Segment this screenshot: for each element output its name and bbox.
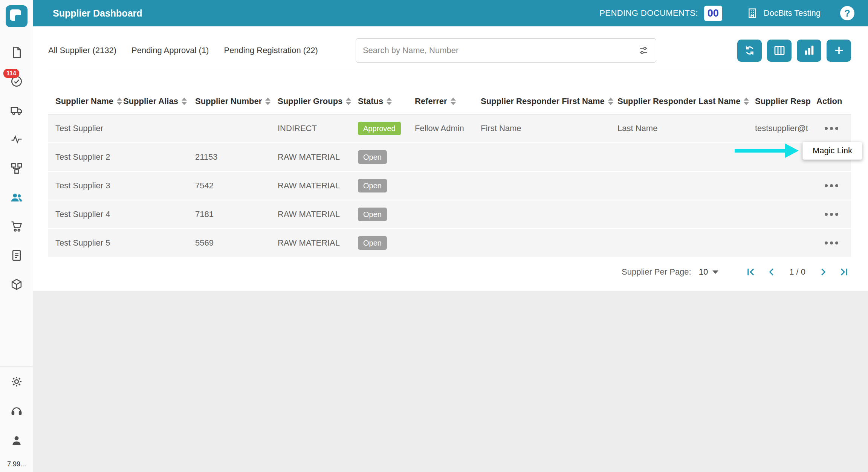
tab-all-supplier[interactable]: All Supplier (2132) (48, 46, 116, 55)
sidebar-item-documents[interactable] (0, 38, 33, 67)
sidebar-item-purchases[interactable] (0, 212, 33, 241)
last-page-button[interactable] (839, 266, 850, 278)
cell-responder-last (617, 200, 755, 229)
status-badge: Open (358, 236, 387, 250)
cube-icon (10, 278, 23, 291)
table-header-row: Supplier Name Supplier Alias Supplier Nu… (48, 89, 851, 115)
sidebar-item-approvals[interactable]: 114 (0, 67, 33, 96)
toolbar (737, 40, 851, 62)
filter-tune-icon[interactable] (638, 45, 649, 56)
next-page-button[interactable] (818, 266, 829, 278)
refresh-button[interactable] (737, 40, 762, 62)
cell-responder-first (481, 229, 617, 258)
previous-page-button[interactable] (766, 266, 777, 278)
sidebar-item-analytics[interactable] (0, 125, 33, 154)
cell-supplier-name: Test Supplier 4 (48, 200, 123, 229)
sort-icon[interactable] (182, 98, 187, 105)
column-header-action: Action (816, 89, 851, 115)
tab-pending-approval[interactable]: Pending Approval (1) (131, 46, 209, 55)
pending-documents-count[interactable]: 00 (704, 6, 722, 21)
column-header-referrer[interactable]: Referrer (415, 89, 481, 115)
sort-icon[interactable] (117, 98, 122, 105)
sidebar-item-suppliers[interactable] (0, 183, 33, 212)
cell-supplier-name: Test Supplier (48, 115, 123, 143)
cell-supplier-name: Test Supplier 5 (48, 229, 123, 258)
organization[interactable]: DocBits Testing (746, 7, 821, 19)
row-actions-button[interactable] (816, 200, 838, 228)
column-header-responder-last-name[interactable]: Supplier Responder Last Name (617, 89, 755, 115)
table-row[interactable]: Test Supplier 3 7542 RAW MATERIAL Open (48, 172, 851, 200)
row-actions-button[interactable] (816, 229, 838, 257)
cell-responder-email (755, 172, 816, 200)
status-badge: Open (358, 208, 387, 221)
column-header-supplier-groups[interactable]: Supplier Groups (278, 89, 358, 115)
suppliers-table: Supplier Name Supplier Alias Supplier Nu… (48, 89, 851, 258)
truck-icon (10, 104, 23, 117)
column-header-status[interactable]: Status (358, 89, 415, 115)
cell-responder-last (617, 229, 755, 258)
sidebar-item-workflow[interactable] (0, 154, 33, 183)
column-header-supplier-alias[interactable]: Supplier Alias (123, 89, 195, 115)
document-icon (10, 46, 23, 59)
row-actions-button[interactable] (816, 115, 838, 142)
building-icon (746, 7, 758, 19)
cell-supplier-alias (123, 229, 195, 258)
table-row[interactable]: Test Supplier INDIRECT Approved Fellow A… (48, 115, 851, 143)
pending-documents-label: PENDING DOCUMENTS: (599, 8, 698, 18)
cell-supplier-number (195, 115, 278, 143)
cell-responder-last (617, 172, 755, 200)
supplier-tabs: All Supplier (2132) Pending Approval (1)… (48, 46, 318, 55)
cell-referrer (415, 200, 481, 229)
search-input[interactable] (363, 46, 638, 55)
topbar: Supplier Dashboard PENDING DOCUMENTS: 00… (33, 0, 868, 26)
sidebar-bottom: 7.99... (0, 367, 33, 472)
sidebar-item-support[interactable] (0, 396, 33, 426)
add-supplier-button[interactable] (827, 40, 851, 62)
app-version: 7.99... (0, 460, 33, 468)
cell-responder-first: First Name (481, 115, 617, 143)
chart-button[interactable] (797, 40, 821, 62)
cell-supplier-groups: RAW MATERIAL (278, 172, 358, 200)
cell-supplier-number: 5569 (195, 229, 278, 258)
app-logo[interactable] (6, 5, 28, 27)
sort-icon[interactable] (387, 98, 392, 105)
cell-supplier-groups: RAW MATERIAL (278, 229, 358, 258)
sort-icon[interactable] (744, 98, 749, 105)
column-header-responder-first-name[interactable]: Supplier Responder First Name (481, 89, 617, 115)
cell-referrer (415, 143, 481, 172)
per-page-value[interactable]: 10 (699, 267, 708, 277)
columns-button[interactable] (767, 40, 792, 62)
column-header-supplier-name[interactable]: Supplier Name (48, 89, 123, 115)
columns-icon (773, 44, 786, 57)
sort-icon[interactable] (608, 98, 613, 105)
sidebar-item-shipments[interactable] (0, 96, 33, 125)
first-page-button[interactable] (745, 266, 756, 278)
table-row[interactable]: Test Supplier 2 21153 RAW MATERIAL Open (48, 143, 851, 172)
row-actions-button[interactable] (816, 172, 838, 200)
people-icon (10, 191, 23, 204)
cell-referrer (415, 172, 481, 200)
sort-icon[interactable] (346, 98, 351, 105)
sidebar-nav: 114 (0, 38, 33, 299)
sort-icon[interactable] (451, 98, 456, 105)
tab-pending-registration[interactable]: Pending Registration (22) (224, 46, 318, 55)
table-row[interactable]: Test Supplier 4 7181 RAW MATERIAL Open (48, 200, 851, 229)
sidebar-item-settings[interactable] (0, 367, 33, 396)
sidebar-item-profile[interactable] (0, 426, 33, 455)
bar-chart-icon (803, 44, 816, 57)
organization-name: DocBits Testing (764, 8, 821, 18)
column-header-responder-email[interactable]: Supplier Resp (755, 89, 816, 115)
sort-icon[interactable] (265, 98, 270, 105)
cell-responder-first (481, 143, 617, 172)
column-header-supplier-number[interactable]: Supplier Number (195, 89, 278, 115)
sidebar-item-invoices[interactable] (0, 241, 33, 270)
sidebar-item-packages[interactable] (0, 270, 33, 299)
cell-supplier-alias (123, 143, 195, 172)
magic-link-menu-item[interactable]: Magic Link (802, 142, 862, 160)
per-page-label: Supplier Per Page: (622, 267, 691, 277)
status-badge: Open (358, 150, 387, 164)
help-button[interactable]: ? (840, 6, 854, 20)
cell-supplier-name: Test Supplier 2 (48, 143, 123, 172)
per-page-dropdown-icon[interactable] (712, 270, 718, 274)
table-row[interactable]: Test Supplier 5 5569 RAW MATERIAL Open (48, 229, 851, 258)
